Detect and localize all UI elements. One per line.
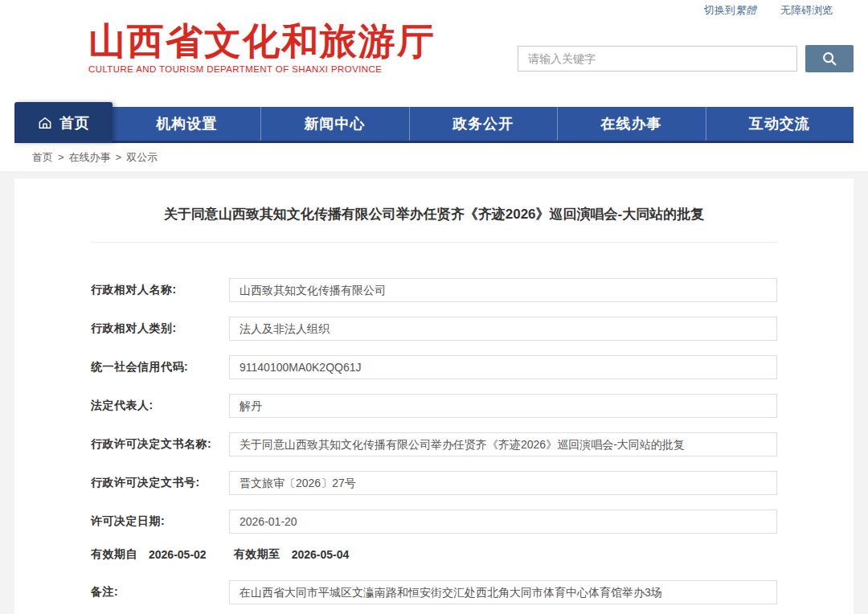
field-label: 统一社会信用代码: [91, 360, 229, 375]
field-row-document-name: 行政许可决定文书名称: 关于同意山西致其知文化传播有限公司举办任贤齐《齐迹202… [91, 432, 777, 456]
nav-item-home[interactable]: 首页 [14, 102, 113, 143]
nav-item-orgs[interactable]: 机构设置 [113, 107, 260, 141]
field-label: 备注: [91, 585, 229, 600]
breadcrumb-separator: > [116, 151, 122, 163]
field-label: 行政相对人名称: [91, 283, 229, 297]
nav-item-home-label: 首页 [59, 113, 90, 133]
breadcrumb-home[interactable]: 首页 [32, 150, 53, 165]
field-value: 晋文旅审〔2026〕27号 [229, 471, 777, 495]
breadcrumb-online-services[interactable]: 在线办事 [69, 150, 111, 165]
field-row-document-number: 行政许可决定文书号: 晋文旅审〔2026〕27号 [91, 471, 777, 495]
field-row-legal-rep: 法定代表人: 解丹 [91, 394, 777, 418]
field-value: 山西致其知文化传播有限公司 [229, 278, 777, 302]
field-label: 行政许可决定文书名称: [91, 437, 229, 452]
search-icon [821, 50, 838, 68]
field-row-remark: 备注: 在山西省大同市平城区文瀛南路和恒安街交汇处西北角大同市体育中心体育馆举办… [91, 580, 777, 604]
switch-traditional-emphasis: 繁體 [735, 4, 756, 16]
search-area [518, 45, 854, 72]
site-header: 山西省文化和旅游厅 CULTURE AND TOURISM DEPARTMENT… [0, 21, 868, 102]
accessibility-link[interactable]: 无障碍浏览 [780, 3, 833, 18]
home-icon [37, 115, 53, 131]
breadcrumb-separator: > [58, 151, 64, 163]
search-button[interactable] [805, 45, 854, 72]
validity-period-row: 有效期自 2026-05-02 有效期至 2026-05-04 [91, 548, 777, 561]
validity-from-date: 2026-05-02 [149, 548, 207, 561]
field-label: 法定代表人: [91, 399, 229, 413]
article-card: 关于同意山西致其知文化传播有限公司举办任贤齐《齐迹2026》巡回演唱会-大同站的… [14, 178, 854, 614]
site-logo[interactable]: 山西省文化和旅游厅 CULTURE AND TOURISM DEPARTMENT… [88, 21, 436, 74]
field-value: 2026-01-20 [229, 510, 777, 534]
validity-to-date: 2026-05-04 [292, 548, 350, 561]
breadcrumb-current: 双公示 [126, 150, 158, 165]
breadcrumb: 首页 > 在线办事 > 双公示 [0, 143, 868, 171]
nav-item-online-services[interactable]: 在线办事 [557, 107, 705, 141]
nav-item-gov-info[interactable]: 政务公开 [409, 107, 557, 141]
main-section: 关于同意山西致其知文化传播有限公司举办任贤齐《齐迹2026》巡回演唱会-大同站的… [0, 171, 868, 614]
field-value: 关于同意山西致其知文化传播有限公司举办任贤齐《齐迹2026》巡回演唱会-大同站的… [229, 432, 777, 456]
switch-traditional-link[interactable]: 切换到繁體 [704, 3, 756, 18]
main-navigation: 机构设置 新闻中心 政务公开 在线办事 互动交流 首页 [14, 102, 854, 143]
field-label: 行政许可决定文书号: [91, 476, 229, 490]
field-value: 91140100MA0K2QQ61J [229, 355, 777, 379]
page-title: 关于同意山西致其知文化传播有限公司举办任贤齐《齐迹2026》巡回演唱会-大同站的… [91, 206, 777, 223]
field-value: 解丹 [229, 394, 777, 418]
nav-item-news[interactable]: 新闻中心 [260, 107, 408, 141]
top-utility-bar: 切换到繁體 无障碍浏览 [0, 0, 868, 21]
nav-bar: 机构设置 新闻中心 政务公开 在线办事 互动交流 [14, 107, 854, 143]
validity-from-label: 有效期自 [91, 547, 137, 562]
field-row-applicant-type: 行政相对人类别: 法人及非法人组织 [91, 317, 777, 341]
field-row-credit-code: 统一社会信用代码: 91140100MA0K2QQ61J [91, 355, 777, 379]
nav-item-interaction[interactable]: 互动交流 [706, 107, 854, 141]
field-label: 许可决定日期: [91, 514, 229, 529]
field-value: 法人及非法人组织 [229, 317, 777, 341]
site-title: 山西省文化和旅游厅 [88, 21, 436, 63]
title-divider [91, 242, 777, 243]
site-title-english: CULTURE AND TOURISM DEPARTMENT OF SHANXI… [88, 64, 436, 74]
validity-to-label: 有效期至 [234, 547, 280, 562]
field-row-applicant-name: 行政相对人名称: 山西致其知文化传播有限公司 [91, 278, 777, 302]
field-value: 在山西省大同市平城区文瀛南路和恒安街交汇处西北角大同市体育中心体育馆举办3场 [229, 580, 777, 604]
field-label: 行政相对人类别: [91, 321, 229, 336]
switch-traditional-prefix: 切换到 [704, 4, 735, 16]
field-row-decision-date: 许可决定日期: 2026-01-20 [91, 510, 777, 534]
search-input[interactable] [518, 46, 797, 72]
